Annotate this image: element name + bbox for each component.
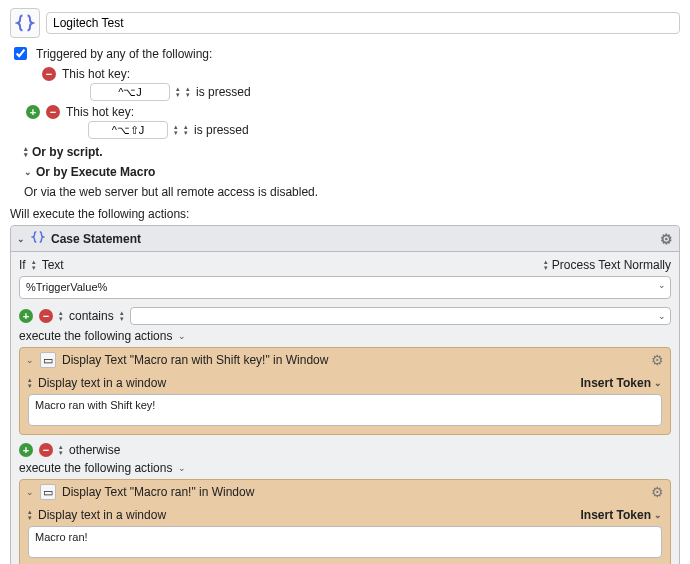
condition-value-type-selector[interactable]: ▴▾ — [120, 310, 124, 322]
condition-op-label: otherwise — [69, 443, 120, 457]
display-text-body: Macro ran! — [35, 531, 88, 543]
condition-op-selector[interactable]: ▴▾ — [59, 444, 63, 456]
condition-op-label: contains — [69, 309, 114, 323]
chevron-down-icon[interactable]: ⌄ — [658, 311, 666, 321]
braces-icon — [31, 230, 45, 247]
hotkey-mode-stepper[interactable]: ▴▾ — [186, 86, 190, 98]
chevron-down-icon[interactable]: ⌄ — [24, 167, 32, 177]
insert-token-button[interactable]: Insert Token ⌄ — [581, 376, 662, 390]
hotkey-field[interactable] — [88, 121, 168, 139]
display-mode-selector[interactable]: ▴▾ — [28, 377, 32, 389]
insert-token-label: Insert Token — [581, 376, 651, 390]
chevron-down-icon[interactable]: ⌄ — [17, 234, 25, 244]
remove-trigger-button[interactable]: − — [42, 67, 56, 81]
triggers-enabled-checkbox[interactable] — [14, 47, 27, 60]
hotkey-prefix-label: This hot key: — [66, 105, 134, 119]
hotkey-prefix-label: This hot key: — [62, 67, 130, 81]
if-subject-selector[interactable]: ▴▾ — [32, 259, 36, 271]
hotkey-field[interactable] — [90, 83, 170, 101]
hotkey-mode-stepper[interactable]: ▴▾ — [184, 124, 188, 136]
hotkey-mode-label: is pressed — [196, 85, 251, 99]
trigger-value-field[interactable]: %TriggerValue% ⌄ — [19, 276, 671, 299]
execute-actions-label: execute the following actions — [19, 329, 172, 343]
display-text-action-panel: ⌄ ▭ Display Text "Macro ran!" in Window … — [19, 479, 671, 564]
execute-actions-label: execute the following actions — [19, 461, 172, 475]
display-text-body-field[interactable]: Macro ran! — [28, 526, 662, 558]
chevron-down-icon[interactable]: ⌄ — [26, 355, 34, 365]
process-mode-selector[interactable]: ▴▾ — [544, 259, 548, 271]
chevron-down-icon[interactable]: ⌄ — [178, 463, 186, 473]
hotkey-mode-label: is pressed — [194, 123, 249, 137]
macro-name-input[interactable] — [46, 12, 680, 34]
case-statement-title: Case Statement — [51, 232, 141, 246]
gear-icon[interactable]: ⚙ — [660, 231, 673, 247]
add-condition-button[interactable]: + — [19, 309, 33, 323]
hotkey-stepper[interactable]: ▴▾ — [174, 124, 178, 136]
gear-icon[interactable]: ⚙ — [651, 484, 664, 500]
insert-token-label: Insert Token — [581, 508, 651, 522]
condition-value-input[interactable]: ⌄ — [130, 307, 671, 325]
actions-section-label: Will execute the following actions: — [10, 207, 680, 221]
remove-condition-button[interactable]: − — [39, 309, 53, 323]
triggers-label: Triggered by any of the following: — [36, 47, 212, 61]
or-webserver-label: Or via the web server but all remote acc… — [24, 185, 318, 199]
remove-trigger-button[interactable]: − — [46, 105, 60, 119]
add-trigger-button[interactable]: + — [26, 105, 40, 119]
if-subject-label: Text — [42, 258, 64, 272]
chevron-down-icon: ⌄ — [654, 510, 662, 520]
or-execute-label: Or by Execute Macro — [36, 165, 155, 179]
display-mode-label: Display text in a window — [38, 376, 166, 390]
condition-op-selector[interactable]: ▴▾ — [59, 310, 63, 322]
gear-icon[interactable]: ⚙ — [651, 352, 664, 368]
chevron-down-icon[interactable]: ⌄ — [26, 487, 34, 497]
macro-app-icon — [10, 8, 40, 38]
display-text-body-field[interactable]: Macro ran with Shift key! — [28, 394, 662, 426]
if-label: If — [19, 258, 26, 272]
display-mode-selector[interactable]: ▴▾ — [28, 509, 32, 521]
display-mode-label: Display text in a window — [38, 508, 166, 522]
hotkey-stepper[interactable]: ▴▾ — [176, 86, 180, 98]
or-script-label: Or by script. — [32, 145, 103, 159]
display-icon: ▭ — [40, 352, 56, 368]
chevron-down-icon: ⌄ — [654, 378, 662, 388]
trigger-value-text: %TriggerValue% — [26, 281, 107, 293]
chevron-down-icon[interactable]: ⌄ — [658, 280, 666, 290]
process-mode-label: Process Text Normally — [552, 258, 671, 272]
chevron-down-icon[interactable]: ⌄ — [178, 331, 186, 341]
display-text-title: Display Text "Macro ran with Shift key!"… — [62, 353, 328, 367]
or-script-selector[interactable]: ▴▾ — [24, 146, 28, 158]
add-condition-button[interactable]: + — [19, 443, 33, 457]
display-text-action-panel: ⌄ ▭ Display Text "Macro ran with Shift k… — [19, 347, 671, 435]
display-text-title: Display Text "Macro ran!" in Window — [62, 485, 254, 499]
insert-token-button[interactable]: Insert Token ⌄ — [581, 508, 662, 522]
remove-condition-button[interactable]: − — [39, 443, 53, 457]
case-statement-panel: ⌄ Case Statement ⚙ If ▴▾ Text ▴▾ Process… — [10, 225, 680, 564]
display-icon: ▭ — [40, 484, 56, 500]
display-text-body: Macro ran with Shift key! — [35, 399, 155, 411]
